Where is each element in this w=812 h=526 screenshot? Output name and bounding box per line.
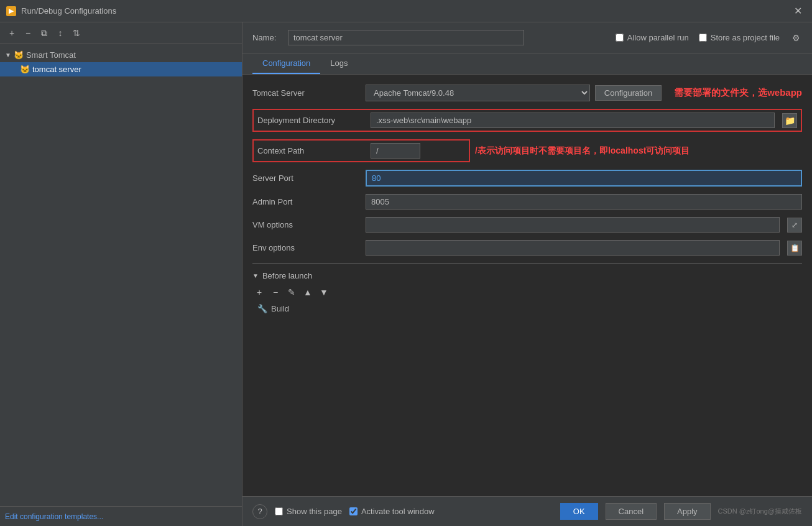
chevron-down-icon: ▼: [5, 52, 11, 58]
env-options-input[interactable]: [366, 240, 780, 256]
sort-config-button[interactable]: ⇅: [70, 26, 83, 40]
sidebar-item-label: tomcat server: [32, 65, 81, 74]
context-path-input[interactable]: [371, 143, 420, 159]
server-port-label: Server Port: [252, 173, 358, 183]
form-content: Tomcat Server Apache Tomcat/9.0.48 Confi…: [242, 75, 812, 496]
allow-parallel-label[interactable]: Allow parallel run: [616, 33, 689, 42]
move-config-button[interactable]: ↕: [53, 26, 67, 40]
context-path-row: Context Path: [252, 139, 470, 162]
env-options-row: Env options 📋: [252, 240, 802, 256]
cancel-button[interactable]: Cancel: [606, 503, 657, 520]
copy-config-button[interactable]: ⧉: [37, 26, 51, 40]
before-launch-up-button[interactable]: ▲: [301, 285, 315, 299]
close-button[interactable]: ✕: [790, 4, 806, 18]
vm-options-input[interactable]: [366, 217, 780, 233]
allow-parallel-checkbox[interactable]: [616, 34, 624, 42]
main-container: + − ⧉ ↕ ⇅ ▼ 🐱 Smart Tomcat 🐱 tomcat serv…: [0, 22, 812, 526]
sidebar-tree: ▼ 🐱 Smart Tomcat 🐱 tomcat server: [0, 44, 242, 506]
context-annotation: /表示访问项目时不需要项目名，即localhost可访问项目: [475, 145, 690, 157]
env-options-expand-icon[interactable]: 📋: [787, 241, 802, 256]
title-bar-title: Run/Debug Configurations: [21, 6, 790, 16]
build-item: 🔧 Build: [252, 302, 802, 316]
before-launch-down-button[interactable]: ▼: [317, 285, 331, 299]
tomcat-server-label: Tomcat Server: [252, 88, 358, 98]
before-launch-add-button[interactable]: +: [252, 285, 266, 299]
tomcat-server-select-container: Apache Tomcat/9.0.48 Configuration: [366, 85, 662, 101]
show-this-page-label[interactable]: Show this page: [275, 507, 342, 516]
build-icon: 🔧: [257, 304, 267, 313]
server-port-row: Server Port: [252, 170, 802, 187]
configuration-button[interactable]: Configuration: [595, 85, 662, 101]
title-bar: ▶ Run/Debug Configurations ✕: [0, 0, 812, 22]
sidebar-item-tomcat-server[interactable]: 🐱 tomcat server: [0, 62, 242, 76]
add-config-button[interactable]: +: [5, 26, 19, 40]
context-path-label: Context Path: [257, 146, 363, 155]
remove-config-button[interactable]: −: [21, 26, 35, 40]
vm-options-expand-icon[interactable]: ⤢: [787, 218, 802, 233]
before-launch-title: Before launch: [262, 271, 312, 280]
deployment-dir-input[interactable]: [371, 113, 775, 128]
admin-port-input[interactable]: [366, 194, 802, 210]
name-input[interactable]: [288, 30, 524, 45]
sidebar-footer: Edit configuration templates...: [0, 506, 242, 526]
admin-port-label: Admin Port: [252, 197, 358, 206]
content-panel: Name: Allow parallel run Store as projec…: [242, 22, 812, 526]
env-options-label: Env options: [252, 243, 358, 252]
before-launch-chevron-icon: ▼: [252, 272, 259, 279]
sidebar-toolbar: + − ⧉ ↕ ⇅: [0, 22, 242, 44]
vm-options-label: VM options: [252, 220, 358, 229]
watermark: CSDN @z钉ong@摸咸佐板: [718, 507, 802, 516]
before-launch-header[interactable]: ▼ Before launch: [252, 269, 802, 283]
vm-options-row: VM options ⤢: [252, 217, 802, 233]
tab-configuration[interactable]: Configuration: [252, 53, 320, 74]
app-icon: ▶: [6, 6, 16, 16]
deployment-directory-row: Deployment Directory 📁: [252, 109, 802, 132]
activate-tool-window-checkbox[interactable]: [349, 507, 358, 515]
tree-group-header-smart-tomcat[interactable]: ▼ 🐱 Smart Tomcat: [0, 48, 242, 62]
tabs-row: Configuration Logs: [242, 53, 812, 75]
tomcat-group-icon: 🐱: [14, 50, 24, 60]
before-launch-toolbar: + − ✎ ▲ ▼: [252, 285, 802, 299]
edit-templates-link[interactable]: Edit configuration templates...: [5, 512, 103, 521]
store-as-project-checkbox[interactable]: [699, 34, 707, 42]
tree-group-smart-tomcat: ▼ 🐱 Smart Tomcat 🐱 tomcat server: [0, 47, 242, 78]
help-button[interactable]: ?: [252, 504, 267, 519]
deployment-dir-label: Deployment Directory: [257, 116, 363, 125]
tomcat-item-icon: 🐱: [20, 65, 30, 74]
tomcat-annotation: 需要部署的文件夹，选webapp: [674, 87, 802, 98]
gear-icon[interactable]: ⚙: [790, 32, 802, 44]
show-this-page-checkbox[interactable]: [275, 507, 283, 515]
server-port-input[interactable]: [366, 170, 802, 187]
header-options: Allow parallel run Store as project file…: [616, 32, 802, 44]
bottom-bar: ? Show this page Activate tool window OK…: [242, 496, 812, 526]
folder-icon[interactable]: 📁: [782, 113, 797, 128]
tomcat-server-row: Tomcat Server Apache Tomcat/9.0.48 Confi…: [252, 85, 802, 101]
before-launch-remove-button[interactable]: −: [269, 285, 282, 299]
tomcat-server-select[interactable]: Apache Tomcat/9.0.48: [366, 85, 590, 101]
activate-tool-window-label[interactable]: Activate tool window: [349, 507, 435, 516]
store-as-project-label[interactable]: Store as project file: [699, 33, 780, 42]
before-launch-section: ▼ Before launch + − ✎ ▲ ▼ 🔧 Build: [252, 263, 802, 316]
sidebar: + − ⧉ ↕ ⇅ ▼ 🐱 Smart Tomcat 🐱 tomcat serv…: [0, 22, 242, 526]
ok-button[interactable]: OK: [560, 503, 598, 520]
apply-button[interactable]: Apply: [664, 503, 711, 520]
tree-group-label: Smart Tomcat: [26, 50, 76, 60]
admin-port-row: Admin Port: [252, 194, 802, 210]
before-launch-edit-button[interactable]: ✎: [285, 285, 298, 299]
header-row: Name: Allow parallel run Store as projec…: [242, 22, 812, 53]
name-label: Name:: [252, 33, 280, 42]
tab-logs[interactable]: Logs: [320, 53, 358, 74]
build-label: Build: [271, 304, 289, 313]
